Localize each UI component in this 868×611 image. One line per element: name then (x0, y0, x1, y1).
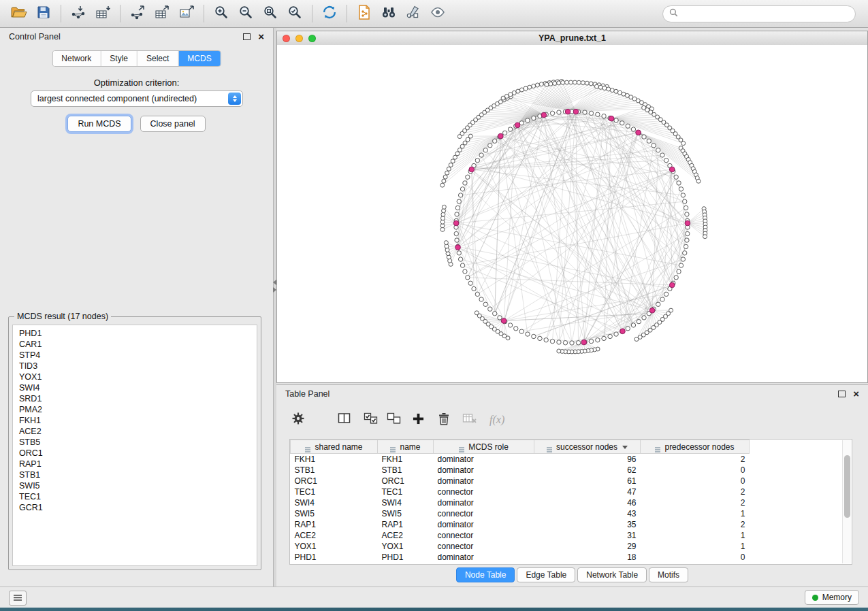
close-window-traffic-light[interactable] (283, 35, 290, 42)
zoom-fit-button[interactable] (258, 3, 283, 24)
mcds-result-item[interactable]: SWI5 (19, 480, 251, 491)
export-table-button[interactable] (150, 3, 174, 24)
mcds-result-item[interactable]: TEC1 (19, 491, 251, 502)
table-settings-button[interactable] (291, 408, 305, 431)
mcds-result-item[interactable]: ORC1 (19, 448, 251, 459)
table-row[interactable]: PHD1PHD1dominator180 (291, 552, 750, 563)
import-network-icon (70, 5, 86, 22)
table-cell: ACE2 (378, 530, 434, 541)
deselect-all-button[interactable] (387, 408, 402, 431)
search-network-button[interactable] (376, 3, 401, 24)
table-cell: STB1 (378, 465, 434, 476)
close-panel-button[interactable]: Close panel (140, 116, 206, 132)
mcds-result-item[interactable]: GCR1 (19, 502, 251, 513)
float-panel-icon[interactable] (838, 391, 846, 397)
table-cell: 1 (641, 508, 750, 519)
mcds-result-item[interactable]: CAR1 (19, 339, 251, 350)
float-panel-icon[interactable] (243, 33, 251, 40)
mcds-result-item[interactable]: SWI4 (19, 382, 251, 393)
table-row[interactable]: STB1STB1dominator620 (291, 465, 750, 476)
style-brush-icon (405, 5, 421, 22)
mcds-result-item[interactable]: TID3 (19, 361, 251, 371)
tab-mcds[interactable]: MCDS (178, 51, 220, 66)
zoom-window-traffic-light[interactable] (308, 35, 316, 42)
column-header[interactable]: name (378, 440, 434, 454)
minimize-window-traffic-light[interactable] (295, 35, 303, 42)
table-cell: ORC1 (291, 476, 378, 486)
share-document-button[interactable] (352, 3, 376, 24)
network-canvas[interactable] (277, 45, 867, 382)
mcds-result-item[interactable]: PMA2 (19, 404, 251, 415)
table-toolbar: f(x) (276, 403, 868, 437)
delete-column-button[interactable] (438, 408, 450, 431)
refresh-view-button[interactable] (317, 3, 342, 24)
tab-edge-table[interactable]: Edge Table (517, 567, 575, 582)
open-session-button[interactable] (7, 3, 31, 24)
panel-menu-button[interactable] (9, 591, 27, 606)
mcds-result-item[interactable]: YOX1 (19, 371, 251, 382)
table-row[interactable]: ACE2ACE2connector311 (291, 530, 750, 541)
export-network-button[interactable] (125, 3, 150, 24)
add-column-button[interactable] (413, 408, 424, 431)
table-row[interactable]: RAP1RAP1dominator352 (291, 519, 750, 530)
trash-icon (438, 412, 450, 428)
criterion-dropdown[interactable]: largest connected component (undirected) (31, 90, 243, 107)
export-table-icon (154, 5, 170, 22)
zoom-in-button[interactable] (209, 3, 234, 24)
tab-node-table[interactable]: Node Table (456, 567, 515, 582)
apply-style-button[interactable] (401, 3, 425, 24)
table-panel: Table Panel × f(x) (276, 384, 868, 587)
table-row[interactable]: TEC1TEC1connector472 (291, 486, 750, 497)
tab-motifs[interactable]: Motifs (649, 567, 688, 582)
scrollbar-thumb[interactable] (844, 455, 850, 518)
tab-select[interactable]: Select (138, 51, 178, 66)
network-window-titlebar[interactable]: YPA_prune.txt_1 (277, 31, 867, 46)
table-cell: 0 (641, 476, 750, 486)
split-columns-button[interactable] (338, 408, 351, 431)
import-table-button[interactable] (91, 3, 115, 24)
column-header[interactable]: shared name (291, 440, 378, 454)
column-header[interactable]: predecessor nodes (641, 440, 750, 454)
import-network-button[interactable] (66, 3, 91, 24)
mcds-result-item[interactable]: STB1 (19, 469, 251, 480)
close-panel-icon[interactable]: × (853, 391, 859, 397)
table-row[interactable]: YOX1YOX1connector291 (291, 541, 750, 552)
tab-style[interactable]: Style (101, 51, 138, 66)
table-cell: SWI4 (291, 497, 378, 508)
run-mcds-button[interactable]: Run MCDS (67, 116, 131, 132)
mcds-result-list[interactable]: PHD1CAR1STP4TID3YOX1SWI4SRD1PMA2FKH1ACE2… (12, 325, 257, 566)
table-row[interactable]: FKH1FKH1dominator962 (291, 454, 750, 465)
show-graphics-button[interactable] (425, 3, 450, 24)
mcds-result-item[interactable]: STP4 (19, 350, 251, 361)
column-header[interactable]: MCDS role (434, 440, 534, 454)
network-graph[interactable] (277, 45, 867, 382)
mcds-result-item[interactable]: PHD1 (19, 328, 251, 339)
sort-icon (459, 447, 464, 448)
table-panel-title: Table Panel (285, 389, 329, 399)
zoom-selected-button[interactable] (283, 3, 307, 24)
zoom-out-button[interactable] (234, 3, 258, 24)
mcds-result-item[interactable]: RAP1 (19, 459, 251, 469)
export-image-button[interactable] (174, 3, 199, 24)
mcds-result-item[interactable]: ACE2 (19, 426, 251, 437)
tab-network[interactable]: Network (52, 51, 101, 66)
chevron-down-icon[interactable] (622, 446, 628, 449)
select-all-button[interactable] (364, 408, 379, 431)
column-header[interactable]: successor nodes (534, 440, 641, 454)
search-box[interactable] (662, 5, 856, 22)
mcds-result-item[interactable]: FKH1 (19, 415, 251, 426)
table-vertical-scrollbar[interactable] (842, 440, 851, 563)
table-cell: 35 (534, 519, 641, 530)
table-row[interactable]: SWI4SWI4dominator462 (291, 497, 750, 508)
close-panel-icon[interactable]: × (258, 33, 264, 40)
table-row[interactable]: SWI5SWI5connector431 (291, 508, 750, 519)
function-builder-button-disabled: f(x) (489, 408, 504, 431)
mcds-result-item[interactable]: SRD1 (19, 393, 251, 404)
table-row[interactable]: ORC1ORC1dominator610 (291, 476, 750, 486)
mcds-result-item[interactable]: STB5 (19, 437, 251, 448)
save-session-button[interactable] (31, 3, 56, 24)
tab-network-table[interactable]: Network Table (577, 567, 647, 582)
node-table[interactable]: shared namenameMCDS rolesuccessor nodesp… (290, 440, 750, 563)
search-input[interactable] (682, 8, 849, 19)
memory-button[interactable]: Memory (805, 590, 859, 605)
